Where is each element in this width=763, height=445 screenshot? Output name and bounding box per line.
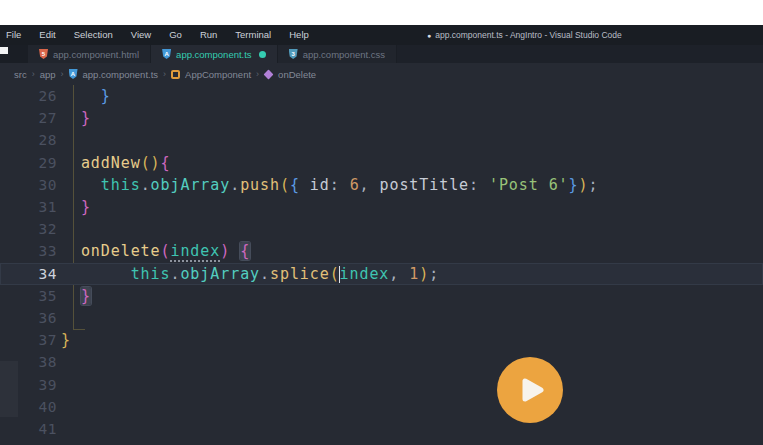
angular-file-icon: A	[162, 49, 171, 59]
breadcrumb-label: onDelete	[278, 69, 316, 80]
code-line[interactable]: 37}	[0, 329, 763, 351]
code-token: .	[260, 265, 270, 283]
line-number: 33	[0, 243, 61, 259]
code-line[interactable]: 26 }	[0, 85, 763, 107]
play-icon	[513, 373, 547, 407]
cropped-ui-fragment	[0, 361, 18, 417]
vscode-window: FileEditSelectionViewGoRunTerminalHelp ●…	[0, 25, 763, 445]
breadcrumb-item-src[interactable]: src	[14, 69, 27, 80]
code-token	[61, 198, 81, 216]
code-token: :	[469, 176, 479, 194]
code-text: }	[61, 285, 91, 307]
breadcrumb-label: app	[40, 69, 56, 80]
code-token: objArray	[151, 176, 231, 194]
code-line[interactable]: 39	[0, 373, 763, 395]
code-token: }	[569, 176, 579, 194]
line-number: 41	[0, 421, 61, 437]
code-token: }	[81, 198, 91, 216]
line-number: 35	[0, 288, 61, 304]
code-text: this.objArray.push({ id: 6, postTitle: '…	[61, 174, 598, 196]
cropped-ui-fragment	[0, 47, 8, 54]
code-token	[340, 176, 350, 194]
tab-label: app.component.html	[53, 49, 139, 60]
tab-app.component.ts[interactable]: Aapp.component.ts	[151, 45, 278, 63]
code-token	[230, 242, 240, 260]
line-number: 29	[0, 155, 61, 171]
code-line-current[interactable]: 34 this.objArray.splice(index, 1);	[0, 263, 763, 285]
code-line[interactable]: 38	[0, 351, 763, 373]
tab-label: app.component.css	[303, 49, 385, 60]
menu-item-run[interactable]: Run	[191, 25, 226, 45]
code-line[interactable]: 41	[0, 418, 763, 440]
code-token: 1	[409, 265, 419, 283]
code-line[interactable]: 29 addNew(){	[0, 152, 763, 174]
code-line[interactable]: 28	[0, 129, 763, 151]
menu-item-file[interactable]: File	[0, 25, 30, 45]
code-line[interactable]: 36	[0, 307, 763, 329]
code-token: ;	[588, 176, 598, 194]
breadcrumb-item-AppComponent[interactable]: AppComponent	[171, 69, 251, 80]
code-line[interactable]: 32	[0, 218, 763, 240]
code-text: this.objArray.splice(index, 1);	[61, 263, 439, 285]
menu-item-terminal[interactable]: Terminal	[226, 25, 280, 45]
breadcrumb-item-onDelete[interactable]: onDelete	[264, 69, 316, 80]
menu-item-go[interactable]: Go	[160, 25, 191, 45]
breadcrumb-separator-icon: ›	[163, 69, 166, 79]
window-title-text: app.component.ts - AngIntro - Visual Stu…	[435, 30, 622, 40]
code-line[interactable]: 33 onDelete(index) {	[0, 240, 763, 262]
code-token: ;	[429, 265, 439, 283]
breadcrumb-separator-icon: ›	[61, 69, 64, 79]
code-token: postTitle	[370, 176, 470, 194]
code-line[interactable]: 31 }	[0, 196, 763, 218]
line-number: 32	[0, 221, 61, 237]
tab-bar: 5app.component.htmlAapp.component.ts3app…	[0, 45, 763, 63]
code-token	[399, 265, 409, 283]
code-token: (	[161, 242, 171, 260]
css-file-icon: 3	[289, 49, 298, 59]
code-text: }	[61, 329, 71, 351]
code-token: this	[131, 265, 171, 283]
breadcrumb-item-app.component.ts[interactable]: Aapp.component.ts	[69, 69, 159, 80]
code-line[interactable]: 40	[0, 396, 763, 418]
code-token	[61, 242, 81, 260]
code-token: ,	[360, 176, 370, 194]
code-token: splice	[270, 265, 330, 283]
code-token	[61, 109, 81, 127]
code-token: id	[300, 176, 330, 194]
tab-app.component.html[interactable]: 5app.component.html	[28, 45, 151, 63]
breadcrumb: src›app›Aapp.component.ts›AppComponent›o…	[0, 63, 763, 85]
code-token: push	[240, 176, 280, 194]
line-number: 28	[0, 132, 61, 148]
video-play-button[interactable]	[497, 357, 563, 423]
code-token: )	[220, 242, 230, 260]
code-token: {	[161, 154, 171, 172]
code-line[interactable]: 27 }	[0, 107, 763, 129]
code-token: .	[141, 176, 151, 194]
breadcrumb-separator-icon: ›	[256, 69, 259, 79]
code-token: }	[101, 87, 111, 105]
menu-item-help[interactable]: Help	[280, 25, 318, 45]
breadcrumb-item-app[interactable]: app	[40, 69, 56, 80]
code-line[interactable]: 30 this.objArray.push({ id: 6, postTitle…	[0, 174, 763, 196]
code-editor[interactable]: 26 }27 }2829 addNew(){30 this.objArray.p…	[0, 85, 763, 445]
menu-item-edit[interactable]: Edit	[30, 25, 64, 45]
code-token: 'Post 6'	[489, 176, 569, 194]
code-text: onDelete(index) {	[61, 240, 250, 262]
code-line[interactable]: 35 }	[0, 285, 763, 307]
breadcrumb-label: AppComponent	[185, 69, 251, 80]
menu-item-view[interactable]: View	[122, 25, 160, 45]
code-text: }	[61, 85, 111, 107]
menu-item-selection[interactable]: Selection	[65, 25, 122, 45]
angular-file-icon: A	[69, 69, 78, 79]
code-token: onDelete	[81, 242, 161, 260]
code-token: (	[280, 176, 290, 194]
code-token: )	[151, 154, 161, 172]
code-token: index	[170, 242, 220, 262]
class-symbol-icon	[171, 70, 180, 79]
line-number: 36	[0, 310, 61, 326]
tab-app.component.css[interactable]: 3app.component.css	[278, 45, 397, 63]
unsaved-changes-dot-icon[interactable]	[259, 51, 266, 58]
line-number: 31	[0, 199, 61, 215]
tab-label: app.component.ts	[176, 49, 252, 60]
code-token: .	[230, 176, 240, 194]
